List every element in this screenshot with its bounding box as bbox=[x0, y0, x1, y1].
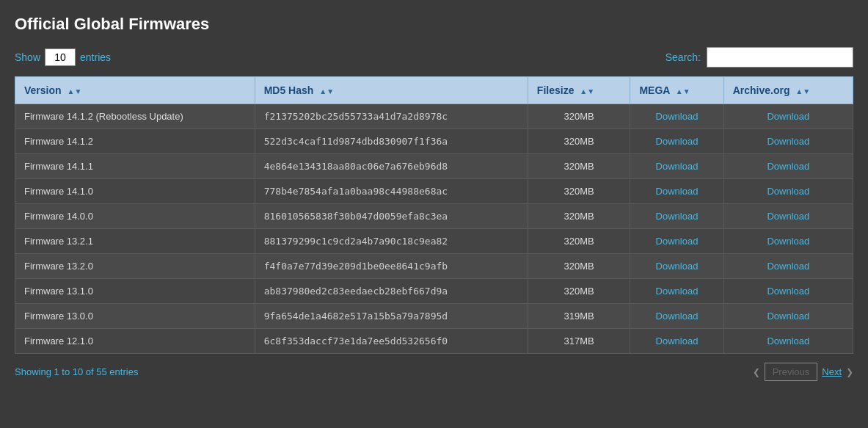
cell-filesize: 319MB bbox=[528, 304, 630, 329]
table-controls: Show entries Search: bbox=[15, 47, 853, 68]
cell-archive: Download bbox=[723, 304, 853, 329]
entries-label: entries bbox=[80, 51, 111, 63]
cell-mega: Download bbox=[630, 129, 723, 154]
cell-mega: Download bbox=[630, 179, 723, 204]
mega-download-link[interactable]: Download bbox=[656, 311, 699, 322]
archive-download-link[interactable]: Download bbox=[767, 286, 809, 297]
cell-version: Firmware 13.1.0 bbox=[15, 279, 255, 304]
archive-download-link[interactable]: Download bbox=[767, 335, 809, 347]
cell-hash: 4e864e134318aa80ac06e7a676eb96d8 bbox=[255, 154, 528, 179]
cell-hash: 816010565838f30b047d0059efa8c3ea bbox=[255, 204, 528, 229]
table-row: Firmware 14.1.14e864e134318aa80ac06e7a67… bbox=[15, 154, 853, 179]
cell-archive: Download bbox=[723, 254, 853, 279]
sort-icon-mega: ▲▼ bbox=[676, 87, 690, 95]
mega-download-link[interactable]: Download bbox=[656, 286, 699, 297]
cell-version: Firmware 13.2.1 bbox=[15, 229, 255, 254]
table-row: Firmware 13.1.0ab837980ed2c83eedaecb28eb… bbox=[15, 279, 853, 304]
archive-download-link[interactable]: Download bbox=[767, 311, 809, 322]
chevron-left-icon: ❮ bbox=[753, 367, 760, 377]
sort-icon-hash: ▲▼ bbox=[319, 87, 334, 95]
cell-archive: Download bbox=[723, 229, 853, 254]
cell-filesize: 317MB bbox=[528, 329, 630, 354]
cell-filesize: 320MB bbox=[528, 179, 630, 204]
search-label: Search: bbox=[665, 51, 701, 63]
sort-icon-archive: ▲▼ bbox=[795, 87, 810, 95]
table-row: Firmware 12.1.06c8f353daccf73e1da7ee5dd5… bbox=[15, 329, 853, 354]
pagination: ❮ Previous Next ❯ bbox=[753, 363, 853, 381]
table-row: Firmware 14.0.0816010565838f30b047d0059e… bbox=[15, 204, 853, 229]
table-row: Firmware 14.1.2522d3c4caf11d9874dbd83090… bbox=[15, 129, 853, 154]
cell-archive: Download bbox=[723, 104, 853, 129]
show-label: Show bbox=[15, 51, 40, 63]
mega-download-link[interactable]: Download bbox=[656, 236, 699, 247]
mega-download-link[interactable]: Download bbox=[656, 335, 699, 347]
cell-mega: Download bbox=[630, 229, 723, 254]
table-row: Firmware 13.2.0f4f0a7e77d39e209d1be0ee86… bbox=[15, 254, 853, 279]
cell-hash: 881379299c1c9cd2a4b7a90c18c9ea82 bbox=[255, 229, 528, 254]
table-header: Version ▲▼ MD5 Hash ▲▼ Filesize ▲▼ MEGA … bbox=[15, 77, 853, 104]
chevron-right-icon: ❯ bbox=[846, 367, 853, 377]
table-row: Firmware 13.2.1881379299c1c9cd2a4b7a90c1… bbox=[15, 229, 853, 254]
cell-filesize: 320MB bbox=[528, 254, 630, 279]
col-mega[interactable]: MEGA ▲▼ bbox=[630, 77, 723, 104]
col-filesize[interactable]: Filesize ▲▼ bbox=[528, 77, 630, 104]
cell-archive: Download bbox=[723, 129, 853, 154]
cell-mega: Download bbox=[630, 279, 723, 304]
cell-hash: f21375202bc25d55733a41d7a2d8978c bbox=[255, 104, 528, 129]
cell-archive: Download bbox=[723, 329, 853, 354]
cell-mega: Download bbox=[630, 329, 723, 354]
mega-download-link[interactable]: Download bbox=[656, 136, 699, 147]
mega-download-link[interactable]: Download bbox=[656, 211, 699, 222]
table-row: Firmware 14.1.0778b4e7854afa1a0baa98c449… bbox=[15, 179, 853, 204]
archive-download-link[interactable]: Download bbox=[767, 261, 809, 272]
cell-hash: f4f0a7e77d39e209d1be0ee8641c9afb bbox=[255, 254, 528, 279]
cell-archive: Download bbox=[723, 179, 853, 204]
cell-hash: 9fa654de1a4682e517a15b5a79a7895d bbox=[255, 304, 528, 329]
cell-filesize: 320MB bbox=[528, 154, 630, 179]
cell-version: Firmware 13.0.0 bbox=[15, 304, 255, 329]
cell-mega: Download bbox=[630, 154, 723, 179]
cell-hash: 6c8f353daccf73e1da7ee5dd532656f0 bbox=[255, 329, 528, 354]
sort-icon-filesize: ▲▼ bbox=[580, 87, 594, 95]
cell-mega: Download bbox=[630, 204, 723, 229]
header-row: Version ▲▼ MD5 Hash ▲▼ Filesize ▲▼ MEGA … bbox=[15, 77, 853, 104]
col-version[interactable]: Version ▲▼ bbox=[15, 77, 255, 104]
archive-download-link[interactable]: Download bbox=[767, 186, 809, 197]
cell-filesize: 320MB bbox=[528, 229, 630, 254]
table-row: Firmware 14.1.2 (Rebootless Update)f2137… bbox=[15, 104, 853, 129]
archive-download-link[interactable]: Download bbox=[767, 236, 809, 247]
cell-version: Firmware 14.1.1 bbox=[15, 154, 255, 179]
cell-mega: Download bbox=[630, 254, 723, 279]
cell-filesize: 320MB bbox=[528, 104, 630, 129]
previous-button[interactable]: Previous bbox=[765, 363, 818, 381]
next-button[interactable]: Next bbox=[822, 366, 842, 377]
sort-icon-version: ▲▼ bbox=[67, 87, 81, 95]
cell-filesize: 320MB bbox=[528, 279, 630, 304]
page-title: Official Global Firmwares bbox=[15, 15, 853, 34]
archive-download-link[interactable]: Download bbox=[767, 136, 809, 147]
mega-download-link[interactable]: Download bbox=[656, 186, 699, 197]
cell-archive: Download bbox=[723, 279, 853, 304]
archive-download-link[interactable]: Download bbox=[767, 211, 809, 222]
cell-mega: Download bbox=[630, 104, 723, 129]
col-archive[interactable]: Archive.org ▲▼ bbox=[723, 77, 853, 104]
cell-archive: Download bbox=[723, 154, 853, 179]
cell-filesize: 320MB bbox=[528, 204, 630, 229]
cell-version: Firmware 14.1.2 (Rebootless Update) bbox=[15, 104, 255, 129]
table-body: Firmware 14.1.2 (Rebootless Update)f2137… bbox=[15, 104, 853, 354]
archive-download-link[interactable]: Download bbox=[767, 111, 809, 122]
cell-archive: Download bbox=[723, 204, 853, 229]
mega-download-link[interactable]: Download bbox=[656, 111, 699, 122]
firmware-table: Version ▲▼ MD5 Hash ▲▼ Filesize ▲▼ MEGA … bbox=[15, 76, 853, 354]
showing-text: Showing 1 to 10 of 55 entries bbox=[15, 366, 138, 377]
cell-hash: 522d3c4caf11d9874dbd830907f1f36a bbox=[255, 129, 528, 154]
entries-count-input[interactable] bbox=[45, 48, 76, 66]
col-hash[interactable]: MD5 Hash ▲▼ bbox=[255, 77, 528, 104]
archive-download-link[interactable]: Download bbox=[767, 161, 809, 172]
search-input[interactable] bbox=[707, 47, 853, 68]
cell-version: Firmware 14.1.0 bbox=[15, 179, 255, 204]
cell-hash: 778b4e7854afa1a0baa98c44988e68ac bbox=[255, 179, 528, 204]
mega-download-link[interactable]: Download bbox=[656, 161, 699, 172]
cell-hash: ab837980ed2c83eedaecb28ebf667d9a bbox=[255, 279, 528, 304]
mega-download-link[interactable]: Download bbox=[656, 261, 699, 272]
